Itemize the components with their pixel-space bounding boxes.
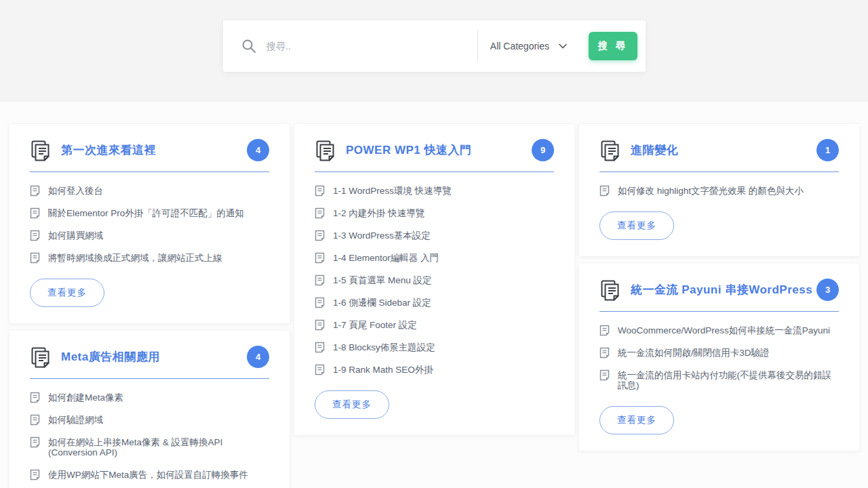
article-title: 1-4 Elementor編輯器 入門 (333, 253, 439, 264)
category-title[interactable]: 統一金流 Payuni 串接WordPress (631, 282, 816, 298)
category-card: Meta廣告相關應用4 如何創建Meta像素 如何驗證網域 如何在網站上串接Me… (9, 331, 290, 488)
document-stack-icon (599, 140, 620, 161)
header-underline (599, 171, 839, 172)
article-icon (315, 274, 325, 286)
search-input[interactable] (267, 33, 477, 60)
article-icon (315, 252, 325, 264)
article-icon (30, 252, 40, 264)
article-list: 如何登入後台 關於Elementor Pro外掛「許可證不匹配」的通知 如何購買… (30, 186, 269, 264)
category-card-header: 第一次進來看這裡4 (30, 139, 269, 161)
article-icon (599, 369, 610, 381)
category-card-header: Meta廣告相關應用4 (30, 346, 269, 368)
article-count-badge: 4 (247, 139, 269, 161)
article-link[interactable]: 如何登入後台 (30, 186, 269, 197)
article-list: 如何修改 highlight文字螢光效果 的顏色與大小 (599, 186, 839, 197)
article-title: 使用WP網站下Meta廣告，如何設置自訂轉換事件 (48, 470, 248, 481)
article-icon (599, 185, 610, 197)
category-card: 統一金流 Payuni 串接WordPress3 WooCommerce/Wor… (579, 264, 859, 451)
search-icon (241, 38, 257, 54)
document-stack-icon (30, 140, 50, 161)
article-icon (30, 414, 40, 426)
article-icon (599, 325, 610, 336)
article-icon (315, 364, 325, 375)
article-icon (599, 185, 610, 197)
document-stack-icon (30, 346, 50, 368)
category-title[interactable]: 第一次進來看這裡 (61, 142, 247, 158)
article-title: 1-7 頁尾 Footer 設定 (333, 320, 417, 331)
article-count-badge: 1 (816, 139, 839, 161)
article-link[interactable]: 1-4 Elementor編輯器 入門 (315, 253, 554, 264)
article-icon (315, 342, 325, 353)
article-link[interactable]: 1-3 WordPress基本設定 (315, 230, 554, 241)
article-icon (30, 185, 40, 197)
article-icon (315, 319, 325, 331)
document-stack-icon (599, 279, 620, 301)
article-icon (30, 392, 40, 403)
view-more-button[interactable]: 查看更多 (599, 211, 674, 240)
category-card-header: 統一金流 Payuni 串接WordPress3 (599, 279, 839, 301)
article-link[interactable]: 1-2 內建外掛 快速導覽 (315, 208, 554, 219)
article-icon (315, 297, 325, 308)
article-icon (315, 274, 325, 286)
article-icon (599, 347, 610, 359)
article-link[interactable]: 如何驗證網域 (30, 415, 269, 426)
article-title: 如何在網站上串接Meta像素 & 設置轉換API (Conversion API… (48, 437, 269, 458)
article-title: 1-8 Blocksy佈景主題設定 (333, 342, 435, 353)
column-2: POWER WP1 快速入門9 1-1 WordPress環境 快速導覽 1-2… (294, 124, 574, 435)
article-link[interactable]: 將暫時網域換成正式網域，讓網站正式上線 (30, 253, 269, 264)
article-link[interactable]: 如何在網站上串接Meta像素 & 設置轉換API (Conversion API… (30, 437, 269, 458)
article-icon (30, 230, 40, 241)
article-link[interactable]: 1-1 WordPress環境 快速導覽 (315, 186, 554, 197)
column-3: 進階變化1 如何修改 highlight文字螢光效果 的顏色與大小查看更多 統一… (579, 124, 859, 451)
category-title[interactable]: POWER WP1 快速入門 (346, 142, 532, 158)
article-icon (315, 297, 325, 308)
article-icon (30, 230, 40, 241)
article-link[interactable]: 統一金流的信用卡站內付功能(不提供幕後交易的錯誤訊息) (599, 370, 839, 391)
header-underline (599, 311, 839, 312)
article-title: 將暫時網域換成正式網域，讓網站正式上線 (48, 253, 222, 264)
article-count-badge: 3 (816, 279, 839, 301)
category-card: 第一次進來看這裡4 如何登入後台 關於Elementor Pro外掛「許可證不匹… (9, 124, 290, 323)
article-title: 1-3 WordPress基本設定 (333, 230, 431, 241)
article-link[interactable]: 如何創建Meta像素 (30, 392, 269, 403)
category-dropdown[interactable]: All Categories (489, 41, 576, 52)
article-icon (599, 369, 610, 381)
view-more-button[interactable]: 查看更多 (30, 279, 104, 307)
article-link[interactable]: 1-5 頁首選單 Menu 設定 (315, 275, 554, 286)
search-submit-button[interactable]: 搜 尋 (589, 32, 637, 60)
article-icon (30, 185, 40, 197)
view-more-button[interactable]: 查看更多 (315, 390, 389, 419)
column-1: 第一次進來看這裡4 如何登入後台 關於Elementor Pro外掛「許可證不匹… (9, 124, 290, 488)
article-link[interactable]: 1-6 側邊欄 Sidebar 設定 (315, 298, 554, 308)
article-title: 1-2 內建外掛 快速導覽 (333, 208, 425, 219)
article-link[interactable]: 如何購買網域 (30, 230, 269, 241)
article-link[interactable]: 1-7 頁尾 Footer 設定 (315, 320, 554, 331)
article-link[interactable]: 統一金流如何開啟/關閉信用卡3D驗證 (599, 348, 839, 359)
article-icon (30, 207, 40, 219)
article-link[interactable]: 1-9 Rank Math SEO外掛 (315, 365, 554, 375)
article-icon (30, 469, 40, 481)
article-title: 如何創建Meta像素 (48, 392, 123, 403)
article-title: 如何修改 highlight文字螢光效果 的顏色與大小 (618, 186, 804, 197)
article-icon (599, 347, 610, 359)
article-link[interactable]: WooCommerce/WordPress如何串接統一金流Payuni (599, 325, 839, 336)
header-underline (30, 171, 269, 172)
view-more-button[interactable]: 查看更多 (599, 406, 674, 434)
article-list: 如何創建Meta像素 如何驗證網域 如何在網站上串接Meta像素 & 設置轉換A… (30, 392, 269, 481)
article-link[interactable]: 使用WP網站下Meta廣告，如何設置自訂轉換事件 (30, 470, 269, 481)
article-icon (30, 207, 40, 219)
article-link[interactable]: 1-8 Blocksy佈景主題設定 (315, 342, 554, 353)
article-icon (315, 185, 325, 197)
top-search-band: All Categories 搜 尋 (0, 0, 868, 102)
article-link[interactable]: 關於Elementor Pro外掛「許可證不匹配」的通知 (30, 208, 269, 219)
article-title: 1-5 頁首選單 Menu 設定 (333, 275, 432, 286)
document-stack-icon (315, 140, 335, 161)
article-title: WooCommerce/WordPress如何串接統一金流Payuni (618, 325, 830, 336)
article-icon (30, 252, 40, 264)
article-title: 統一金流的信用卡站內付功能(不提供幕後交易的錯誤訊息) (618, 370, 839, 391)
category-title[interactable]: Meta廣告相關應用 (61, 349, 247, 365)
article-title: 1-1 WordPress環境 快速導覽 (333, 186, 452, 197)
article-title: 關於Elementor Pro外掛「許可證不匹配」的通知 (48, 208, 244, 219)
article-link[interactable]: 如何修改 highlight文字螢光效果 的顏色與大小 (599, 186, 839, 197)
category-title[interactable]: 進階變化 (631, 142, 816, 158)
